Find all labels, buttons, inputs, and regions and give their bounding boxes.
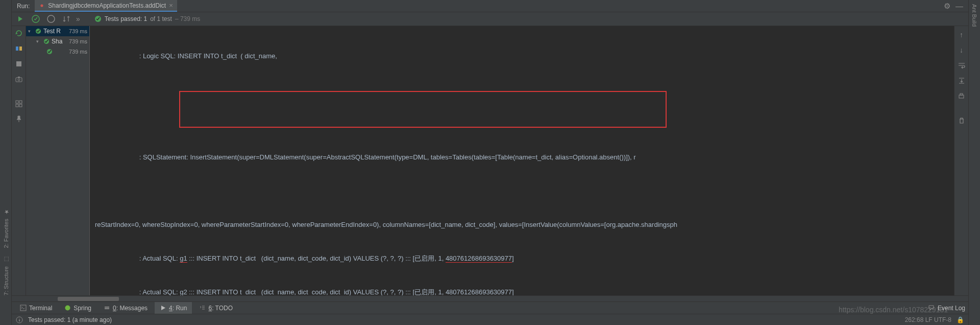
right-tool-rail: Ant Build: [968, 0, 980, 325]
check-circle-icon: [46, 49, 53, 55]
check-pass-icon: [32, 15, 40, 23]
test-class-time: 739 ms: [69, 38, 89, 44]
spring-label: Spring: [74, 305, 91, 312]
sort-icon: [63, 15, 70, 22]
svg-rect-4: [16, 47, 18, 51]
test-status: Tests passed: 1 of 1 test – 739 ms: [94, 15, 200, 22]
svg-rect-7: [16, 78, 22, 82]
console-line: : Logic SQL: INSERT INTO t_dict ( dict_n…: [90, 51, 954, 62]
layout-button[interactable]: [14, 99, 24, 109]
run-toolbar: » Tests passed: 1 of 1 test – 739 ms: [12, 12, 968, 26]
svg-rect-22: [105, 308, 109, 309]
scroll-thumb[interactable]: [58, 297, 119, 301]
console-line: [90, 84, 954, 96]
svg-rect-5: [19, 47, 22, 51]
gear-icon[interactable]: ⚙: [944, 2, 950, 11]
structure-tool-button[interactable]: 7: Structure ⬚: [3, 256, 9, 295]
action-toolbar: [12, 26, 26, 295]
svg-rect-11: [19, 101, 22, 103]
console-line: reStartIndex=0, whereStopIndex=0, whereP…: [90, 219, 954, 230]
tab-title: ShardingjdbcdemoApplicationTests.addDict: [48, 2, 166, 9]
terminal-tab[interactable]: Terminal: [15, 302, 57, 314]
stop-icon: [16, 61, 22, 67]
stop-button[interactable]: [14, 59, 24, 69]
compare-button[interactable]: [14, 43, 24, 54]
status-text: Tests passed: 1 (a minute ago): [28, 316, 112, 323]
svg-rect-18: [960, 94, 963, 95]
terminal-label: Terminal: [29, 305, 52, 312]
toggle-pass-button[interactable]: [30, 13, 41, 25]
run-body: ▾ Test R 739 ms ▾ Sha 739 ms 739 ms: [12, 26, 968, 295]
test-root-label: Test R: [43, 28, 61, 35]
messages-icon: [104, 305, 110, 311]
ant-build-button[interactable]: Ant Build: [971, 4, 977, 27]
pin-button[interactable]: [14, 114, 24, 124]
svg-point-20: [65, 306, 70, 311]
test-method-row[interactable]: 739 ms: [26, 47, 89, 57]
screenshot-button[interactable]: [14, 74, 24, 84]
todo-tab[interactable]: 6: TODO: [194, 302, 238, 314]
svg-rect-19: [20, 305, 26, 311]
spring-icon: [64, 305, 71, 311]
bottom-toolbar: Terminal Spring 0: Messages 4: Run 6: TO…: [12, 301, 968, 314]
tests-passed-text: Tests passed: 1: [105, 15, 147, 22]
up-button[interactable]: ↑: [957, 30, 966, 39]
console-output[interactable]: : Logic SQL: INSERT INTO t_dict ( dict_n…: [90, 26, 954, 295]
test-class-row[interactable]: ▾ Sha 739 ms: [26, 36, 89, 47]
rerun-button[interactable]: [15, 13, 26, 25]
status-bar: Tests passed: 1 (a minute ago) 262:68 LF…: [12, 314, 968, 325]
status-cursor-info: 262:68 LF UTF-8: [905, 316, 951, 323]
svg-rect-9: [18, 77, 20, 78]
messages-tab[interactable]: 0: Messages: [99, 302, 153, 314]
trash-button[interactable]: [957, 116, 966, 125]
ant-build-label: Ant Build: [971, 4, 977, 27]
left-tool-rail: 2: Favorites ★ 7: Structure ⬚: [0, 0, 12, 325]
close-tab-icon[interactable]: ×: [169, 2, 173, 9]
play-icon: [160, 305, 166, 311]
horizontal-scrollbar[interactable]: [12, 295, 968, 301]
expand-icon: ▾: [36, 39, 41, 44]
favorites-label: 2: Favorites: [3, 219, 9, 248]
svg-rect-13: [19, 104, 22, 107]
todo-label: 6: TODO: [208, 305, 233, 312]
console-toolbar: ↑ ↓: [954, 26, 968, 295]
spring-tab[interactable]: Spring: [59, 302, 96, 314]
minimize-icon[interactable]: —: [955, 2, 963, 11]
console-line: [90, 185, 954, 197]
test-file-icon: [39, 3, 45, 9]
rerun-tests-icon: [15, 30, 22, 37]
console-line: : Actual SQL: g1 ::: INSERT INTO t_dict …: [90, 253, 954, 264]
info-icon: [16, 316, 23, 323]
down-button[interactable]: ↓: [957, 45, 966, 55]
print-button[interactable]: [957, 91, 966, 101]
test-root-row[interactable]: ▾ Test R 739 ms: [26, 26, 89, 36]
check-circle-icon: [43, 38, 50, 44]
favorites-tool-button[interactable]: 2: Favorites ★: [3, 208, 9, 248]
play-icon: [17, 16, 23, 22]
test-method-time: 739 ms: [69, 49, 89, 55]
tests-total-text: of 1 test: [150, 15, 172, 22]
scroll-end-button[interactable]: [957, 76, 966, 85]
debug-button[interactable]: [14, 28, 24, 38]
run-tab[interactable]: ShardingjdbcdemoApplicationTests.addDict…: [35, 0, 177, 12]
structure-label: 7: Structure: [3, 266, 9, 295]
check-circle-icon: [94, 15, 102, 22]
chevron-right-icon: »: [76, 15, 80, 23]
test-class-label: Sha: [52, 38, 62, 45]
sort-button[interactable]: [61, 13, 72, 25]
main-area: Run: ShardingjdbcdemoApplicationTests.ad…: [12, 0, 968, 325]
soft-wrap-button[interactable]: [957, 61, 966, 70]
tests-time-text: – 739 ms: [175, 15, 200, 22]
svg-rect-12: [16, 104, 18, 107]
todo-icon: [199, 305, 206, 311]
tab-bar: Run: ShardingjdbcdemoApplicationTests.ad…: [12, 0, 968, 12]
toggle-fail-button[interactable]: [45, 13, 57, 25]
run-tab-bottom[interactable]: 4: Run: [155, 302, 192, 314]
console-line: [90, 118, 954, 129]
run-panel-label: Run:: [12, 3, 35, 10]
lock-icon: 🔒: [957, 316, 964, 323]
expand-icon: ▾: [28, 29, 33, 34]
circle-icon: [47, 15, 55, 23]
svg-point-2: [47, 15, 55, 22]
wrap-icon: [958, 61, 966, 69]
